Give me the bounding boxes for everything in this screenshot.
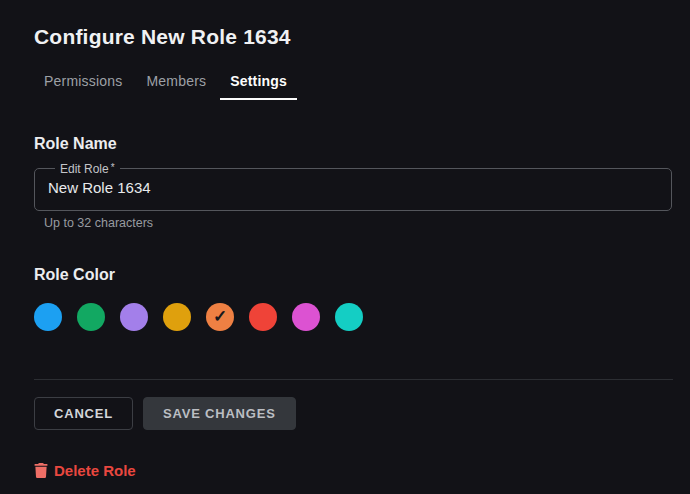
role-color-heading: Role Color <box>34 266 672 284</box>
color-swatch-row: ✓ <box>34 303 672 331</box>
delete-role-label: Delete Role <box>54 462 136 479</box>
color-swatch-green[interactable] <box>77 303 105 331</box>
divider <box>34 379 673 380</box>
color-swatch-blue[interactable] <box>34 303 62 331</box>
trash-icon <box>34 463 48 478</box>
delete-role-link[interactable]: Delete Role <box>34 462 136 479</box>
role-name-field[interactable]: Edit Role* <box>34 161 672 211</box>
role-name-section: Role Name Edit Role* Up to 32 characters <box>34 135 672 230</box>
color-swatch-red[interactable] <box>249 303 277 331</box>
configure-role-dialog: Configure New Role 1634 Permissions Memb… <box>0 0 690 479</box>
action-buttons: CANCEL SAVE CHANGES <box>34 397 672 430</box>
tab-settings[interactable]: Settings <box>220 73 297 100</box>
role-name-heading: Role Name <box>34 135 672 153</box>
tab-bar: Permissions Members Settings <box>34 73 672 100</box>
color-swatch-purple[interactable] <box>120 303 148 331</box>
tab-members[interactable]: Members <box>136 73 216 100</box>
save-changes-button[interactable]: SAVE CHANGES <box>143 397 296 430</box>
cancel-button[interactable]: CANCEL <box>34 397 133 430</box>
color-swatch-orange[interactable]: ✓ <box>206 303 234 331</box>
role-name-helper-text: Up to 32 characters <box>44 216 672 230</box>
tab-permissions[interactable]: Permissions <box>34 73 132 100</box>
role-name-field-label: Edit Role* <box>55 161 120 176</box>
selected-check-icon: ✓ <box>213 308 227 325</box>
role-name-input[interactable] <box>48 176 658 210</box>
color-swatch-teal[interactable] <box>335 303 363 331</box>
required-asterisk: * <box>111 162 115 173</box>
color-swatch-gold[interactable] <box>163 303 191 331</box>
page-title: Configure New Role 1634 <box>34 25 672 49</box>
color-swatch-magenta[interactable] <box>292 303 320 331</box>
role-color-section: Role Color ✓ <box>34 266 672 331</box>
